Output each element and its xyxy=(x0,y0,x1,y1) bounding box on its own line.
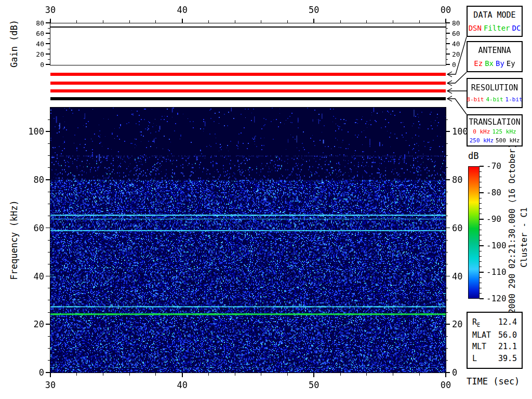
ephemeris-label: MLT xyxy=(472,342,486,351)
colorbar-tick-label: -110 xyxy=(486,268,507,276)
colorbar-minor-tick xyxy=(480,198,482,198)
ephemeris-value: 12.4 xyxy=(498,317,517,328)
freq-right-minor-tick xyxy=(446,348,448,349)
ephemeris-value: 56.0 xyxy=(498,330,517,340)
colorbar-minor-tick xyxy=(480,214,482,214)
data-mode-bar xyxy=(50,73,446,76)
freq-left-tick-label: 20 xyxy=(28,320,44,329)
resolution-bar xyxy=(50,89,446,92)
freq-right-tick-label: 20 xyxy=(452,320,462,329)
ephemeris-value: 39.5 xyxy=(498,354,517,363)
colorbar-minor-tick xyxy=(480,283,482,283)
time-axis-minor-tick xyxy=(287,373,288,376)
freq-left-minor-tick xyxy=(48,300,50,300)
timestamp-label: 2000 290 02:21:30.000 (16 October) xyxy=(508,143,516,314)
freq-left-major-tick xyxy=(46,372,50,373)
time-axis-minor-tick xyxy=(340,373,341,376)
gain-right-major-tick xyxy=(446,64,450,65)
freq-right-major-tick xyxy=(446,131,450,132)
gain-right-minor-tick xyxy=(446,28,448,29)
freq-left-minor-tick xyxy=(48,252,50,252)
freq-left-tick-label: 100 xyxy=(28,127,44,136)
freq-right-minor-tick xyxy=(446,204,448,204)
freq-right-minor-tick xyxy=(446,264,448,264)
mode-box-translation: TRANSLATION0 kHz125 kHz250 kHz500 kHz xyxy=(467,114,523,147)
gain-right-tick-label: 0 xyxy=(452,61,456,68)
freq-left-major-tick xyxy=(46,228,50,229)
gain-right-minor-tick xyxy=(446,59,448,60)
mode-option-bx: Bx xyxy=(485,59,494,68)
time-axis-major-tick xyxy=(445,373,446,377)
mode-option-0-khz: 0 kHz xyxy=(473,128,490,135)
gain-left-major-tick xyxy=(46,43,50,44)
time-axis-minor-tick xyxy=(155,373,156,376)
colorbar-minor-tick xyxy=(480,288,482,288)
top-axis-minor-tick xyxy=(235,20,235,23)
time-axis-label: TIME (sec) xyxy=(467,377,520,386)
top-axis-minor-tick xyxy=(155,20,156,23)
top-axis-major-tick xyxy=(182,19,183,23)
mode-option-1-bit: 1-bit xyxy=(506,96,523,103)
ephemeris-value: 21.1 xyxy=(498,342,517,351)
time-axis-tick-label: 00 xyxy=(435,381,456,390)
mode-option-125-khz: 125 kHz xyxy=(492,128,516,135)
time-axis-minor-tick xyxy=(393,373,393,376)
gain-left-major-tick xyxy=(46,54,50,55)
mode-box-title: TRANSLATION xyxy=(469,117,520,127)
freq-left-tick-label: 40 xyxy=(28,272,44,281)
freq-right-major-tick xyxy=(446,324,450,325)
freq-left-minor-tick xyxy=(48,312,50,313)
top-axis-minor-tick xyxy=(340,20,341,23)
freq-right-minor-tick xyxy=(446,119,448,120)
mode-option-ey: Ey xyxy=(507,59,515,68)
top-axis-minor-tick xyxy=(287,20,288,23)
colorbar-major-tick xyxy=(480,192,484,193)
gain-left-minor-tick xyxy=(48,38,50,39)
colorbar-minor-tick xyxy=(480,261,482,262)
gain-trace xyxy=(50,26,446,28)
spacecraft-label: Cluster - C1 xyxy=(520,207,528,268)
mode-option-500-khz: 500 kHz xyxy=(496,137,520,144)
gain-plot xyxy=(50,23,446,65)
gain-right-minor-tick xyxy=(446,49,448,49)
time-axis-minor-tick xyxy=(76,373,77,376)
ephemeris-label: MLAT xyxy=(472,330,491,340)
freq-right-tick-label: 40 xyxy=(452,272,462,281)
freq-right-minor-tick xyxy=(446,288,448,288)
freq-right-minor-tick xyxy=(446,336,448,337)
top-axis-tick-label: 50 xyxy=(303,6,324,15)
freq-right-minor-tick xyxy=(446,300,448,300)
freq-right-major-tick xyxy=(446,276,450,277)
colorbar-minor-tick xyxy=(480,251,482,251)
time-axis-minor-tick xyxy=(129,373,130,376)
mode-box-title: DATA MODE xyxy=(473,10,515,20)
top-axis-minor-tick xyxy=(208,20,209,23)
colorbar-tick-label: -120 xyxy=(486,295,507,303)
mode-box-antenna: ANTENNAEzBxByEy xyxy=(467,41,523,72)
time-axis-major-tick xyxy=(182,373,183,377)
time-axis-minor-tick xyxy=(419,373,420,376)
colorbar xyxy=(468,166,480,299)
translation-bar xyxy=(50,97,446,100)
ephemeris-row: L39.5 xyxy=(472,354,517,363)
gain-right-major-tick xyxy=(446,22,450,23)
gain-right-major-tick xyxy=(446,54,450,55)
time-axis-minor-tick xyxy=(235,373,235,376)
ephemeris-row: MLAT56.0 xyxy=(472,330,517,340)
ephemeris-row: MLT21.1 xyxy=(472,342,517,351)
colorbar-minor-tick xyxy=(480,235,482,235)
mode-box-resolution: RESOLUTION8-bit4-bit1-bit xyxy=(467,78,523,108)
freq-right-minor-tick xyxy=(446,312,448,313)
gain-right-tick-label: 80 xyxy=(452,20,460,26)
freq-right-minor-tick xyxy=(446,252,448,252)
freq-right-tick-label: 100 xyxy=(452,127,468,136)
freq-left-minor-tick xyxy=(48,264,50,264)
time-axis-minor-tick xyxy=(366,373,367,376)
mode-option-dc: DC xyxy=(512,24,521,32)
mode-option-filter: Filter xyxy=(484,24,510,32)
freq-left-tick-label: 0 xyxy=(28,368,44,377)
gain-left-minor-tick xyxy=(48,59,50,60)
colorbar-minor-tick xyxy=(480,203,482,204)
mode-box-title: RESOLUTION xyxy=(471,83,518,92)
freq-left-major-tick xyxy=(46,179,50,180)
